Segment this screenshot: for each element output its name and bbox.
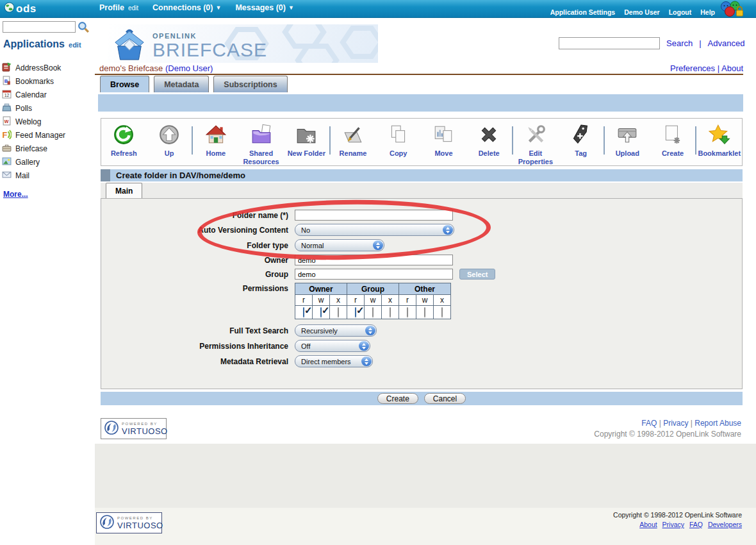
permissions-inheritance-label: Permissions Inheritance	[101, 342, 295, 351]
profile-edit-link[interactable]: edit	[128, 4, 138, 12]
tab-metadata[interactable]: Metadata	[154, 76, 209, 92]
select-stepper-icon	[443, 225, 453, 235]
bookmarklet-button[interactable]: Bookmarklet	[696, 124, 742, 158]
auto-versioning-select[interactable]: No	[295, 224, 454, 236]
select-group-button[interactable]: Select	[459, 269, 495, 280]
edit-properties-button[interactable]: Edit Properties	[513, 124, 559, 165]
move-button[interactable]: Move	[421, 124, 466, 158]
applications-edit-link[interactable]: edit	[69, 41, 81, 49]
delete-x-icon	[478, 124, 500, 148]
permission-checkbox[interactable]	[390, 307, 391, 317]
profile-link[interactable]: Profile	[99, 3, 124, 12]
sidebar-item-feed-manager[interactable]: F Feed Manager	[2, 128, 95, 142]
sidebar-item-polls[interactable]: Polls	[2, 101, 95, 115]
up-button[interactable]: Up	[147, 124, 192, 158]
permission-checkbox[interactable]	[441, 307, 443, 317]
more-link[interactable]: More...	[3, 190, 28, 199]
sidebar-item-mail[interactable]: Mail	[2, 169, 95, 182]
select-stepper-icon	[359, 341, 369, 351]
create-button-toolbar[interactable]: Create	[650, 124, 696, 158]
developers-bottom-link[interactable]: Developers	[708, 521, 742, 528]
select-stepper-icon	[373, 240, 383, 250]
virtuoso-logo-icon	[99, 514, 115, 532]
about-bottom-link[interactable]: About	[639, 521, 657, 528]
permission-checkbox[interactable]	[338, 307, 339, 317]
demo-user-breadcrumb-link[interactable]: (Demo User)	[165, 63, 213, 73]
tab-subscriptions[interactable]: Subscriptions	[213, 76, 287, 92]
cancel-button[interactable]: Cancel	[424, 393, 466, 404]
group-input[interactable]	[295, 269, 453, 280]
tab-main[interactable]: Main	[106, 183, 142, 198]
bottom-footer-links: About Privacy FAQ Developers	[613, 521, 742, 528]
faq-link[interactable]: FAQ	[641, 419, 657, 428]
delete-button[interactable]: Delete	[466, 124, 512, 158]
full-text-search-select[interactable]: Recursively	[295, 324, 377, 337]
new-folder-button[interactable]: New Folder	[284, 124, 329, 158]
search-link[interactable]: Search	[666, 38, 693, 48]
sidebar-item-addressbook[interactable]: AddressBook	[2, 61, 95, 74]
permission-checkbox[interactable]	[320, 307, 322, 317]
logout-link[interactable]: Logout	[669, 8, 692, 16]
section-header: Create folder in DAV/home/demo	[101, 169, 743, 181]
messages-menu[interactable]: Messages (0) ▼	[235, 3, 293, 12]
copy-icon	[388, 124, 409, 148]
sidebar-item-calendar[interactable]: 12 Calendar	[2, 88, 95, 101]
tag-button[interactable]: Tag	[558, 124, 604, 158]
full-text-search-label: Full Text Search	[101, 326, 295, 335]
presence-lock-icon	[718, 1, 744, 21]
up-arrow-icon	[158, 124, 180, 148]
demo-user-link[interactable]: Demo User	[624, 8, 659, 16]
home-button[interactable]: Home	[193, 124, 238, 158]
sidebar-item-bookmarks[interactable]: B Bookmarks	[2, 74, 95, 88]
tab-browse[interactable]: Browse	[100, 76, 149, 92]
owner-input[interactable]	[295, 255, 453, 265]
help-link[interactable]: Help	[700, 8, 715, 16]
virtuoso-badge-bottom[interactable]: POWERED BY VIRTUOSO	[96, 512, 162, 533]
header-search-input[interactable]	[559, 37, 660, 49]
upload-button[interactable]: Upload	[605, 124, 650, 158]
rename-icon	[342, 124, 364, 148]
copy-button[interactable]: Copy	[375, 124, 421, 158]
folder-name-input[interactable]	[295, 210, 453, 221]
auto-versioning-label: Auto Versioning Content	[101, 226, 295, 235]
privacy-bottom-link[interactable]: Privacy	[662, 521, 684, 528]
ods-logo[interactable]: ods	[4, 2, 37, 16]
folder-type-select[interactable]: Normal	[295, 239, 384, 251]
connections-menu[interactable]: Connections (0) ▼	[152, 3, 221, 12]
sidebar-item-briefcase[interactable]: Briefcase	[2, 142, 95, 155]
about-link[interactable]: About	[721, 63, 743, 73]
polls-icon	[2, 103, 12, 114]
metadata-retrieval-select[interactable]: Direct members	[295, 355, 373, 367]
advanced-search-link[interactable]: Advanced	[708, 38, 745, 48]
sidebar-search-input[interactable]	[3, 21, 76, 33]
metadata-retrieval-label: Metadata Retrieval	[101, 357, 295, 366]
feed-manager-icon: F	[2, 130, 12, 141]
create-folder-form: Folder name (*) Auto Versioning Content …	[101, 198, 743, 389]
privacy-link[interactable]: Privacy	[663, 419, 688, 428]
application-settings-link[interactable]: Application Settings	[550, 8, 616, 16]
group-label: Group	[101, 270, 295, 279]
briefcase-banner: OPENLINK BRIEFCASE	[108, 24, 378, 63]
create-button[interactable]: Create	[377, 393, 418, 404]
bottom-footer: POWERED BY VIRTUOSO Copyright © 1998-201…	[95, 508, 756, 545]
rename-button[interactable]: Rename	[331, 124, 376, 158]
chevron-down-icon: ▼	[288, 4, 294, 11]
shared-resources-button[interactable]: Shared Resources	[238, 124, 284, 165]
refresh-button[interactable]: Refresh	[101, 124, 147, 158]
addressbook-icon	[2, 62, 12, 74]
preferences-link[interactable]: Preferences	[670, 63, 715, 73]
permission-checkbox[interactable]	[355, 307, 356, 317]
permissions-inheritance-select[interactable]: Off	[295, 340, 370, 352]
applications-list: AddressBook B Bookmarks 12 Calendar Poll…	[2, 61, 95, 182]
virtuoso-badge[interactable]: POWERED BY VIRTUOSO	[101, 418, 167, 439]
sidebar-item-weblog[interactable]: w Weblog	[2, 115, 95, 128]
sidebar-item-gallery[interactable]: Gallery	[2, 155, 95, 169]
permission-checkbox[interactable]	[303, 307, 304, 317]
gallery-icon	[2, 156, 12, 168]
permission-checkbox[interactable]	[407, 307, 408, 317]
permission-checkbox[interactable]	[424, 307, 425, 317]
report-abuse-link[interactable]: Report Abuse	[694, 419, 741, 428]
faq-bottom-link[interactable]: FAQ	[689, 521, 703, 528]
permission-checkbox[interactable]	[372, 307, 374, 317]
search-icon[interactable]	[78, 21, 90, 36]
